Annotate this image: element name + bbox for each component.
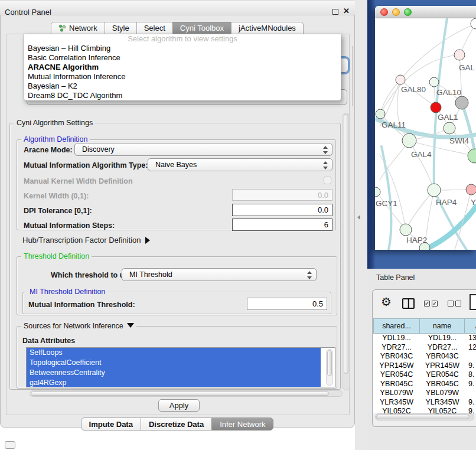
tab-network[interactable]: Network (51, 22, 105, 34)
tab-cyni-toolbox[interactable]: Cyni Toolbox (172, 22, 232, 34)
network-node[interactable] (428, 184, 441, 197)
network-node[interactable] (396, 75, 405, 84)
dropdown-item-basic-correlation-inference[interactable]: Basic Correlation Inference (24, 53, 341, 63)
control-panel-titlebar[interactable] (0, 0, 355, 15)
mi-steps-field[interactable]: 6 (232, 219, 332, 231)
node-label: GCY1 (376, 199, 397, 208)
close-traffic-light-icon[interactable] (380, 8, 388, 16)
attribute-item-betweennesscentrality[interactable]: BetweennessCentrality (27, 368, 321, 378)
dropdown-item-dream8-dc-tdc-algorithm[interactable]: Dream8 DC_TDC Algorithm (24, 91, 341, 100)
network-node[interactable] (429, 77, 439, 87)
network-node[interactable] (431, 102, 441, 113)
manual-kernel-checkbox[interactable] (324, 177, 331, 184)
combo-arrows-icon (322, 146, 328, 154)
dropdown-item-mutual-information-inference[interactable]: Mutual Information Inference (24, 72, 341, 81)
zoom-traffic-light-icon[interactable] (404, 8, 412, 16)
settings-vertical-scrollbar[interactable] (343, 113, 350, 390)
columns-icon[interactable] (402, 298, 415, 309)
tab-style[interactable]: Style (105, 22, 137, 34)
hub-definition-toggle[interactable]: Hub/Transcription Factor Definition (22, 236, 150, 244)
network-node[interactable] (471, 18, 476, 29)
network-node[interactable] (376, 109, 385, 119)
dropdown-item-aracne-algorithm[interactable]: ARACNE Algorithm (24, 63, 341, 72)
unchecked-checkboxes-icon[interactable] (448, 301, 461, 306)
network-edge (380, 155, 406, 230)
mi-type-combo[interactable]: Naive Bayes (148, 158, 332, 171)
network-node[interactable] (375, 187, 380, 197)
document-icon[interactable] (470, 294, 476, 310)
kernel-width-field[interactable]: 0.0 (232, 189, 332, 201)
tab-label: Style (112, 24, 129, 32)
network-node[interactable] (454, 50, 465, 60)
network-edge (424, 207, 476, 250)
network-node[interactable] (444, 122, 455, 134)
settings-hscrollbar-thumb[interactable] (31, 392, 329, 396)
list-scrollbar[interactable] (326, 349, 333, 386)
table-row[interactable]: YIL052CYIL052C9. (373, 407, 476, 413)
splitter-arrow-icon[interactable] (357, 215, 360, 220)
table-cell (465, 389, 476, 398)
table-cell: YBR043C (420, 352, 465, 361)
network-node[interactable] (466, 184, 476, 195)
node-label: HAP2 (406, 236, 427, 244)
settings-horizontal-scrollbar[interactable] (30, 390, 343, 397)
table-row[interactable]: YBL079WYBL079W (373, 389, 476, 398)
bottom-tab-impute-data[interactable]: Impute Data (81, 418, 141, 431)
manual-kernel-label: Manual Kernel Width Definition (24, 177, 133, 185)
table-hscrollbar-thumb[interactable] (376, 415, 470, 419)
network-view-window[interactable]: GAL80GAL10GAL11GAL1SWI4GAL4GCY1HAP4HAP2Y… (375, 6, 476, 250)
column-header-a[interactable]: A (465, 318, 476, 334)
checked-checkboxes-icon[interactable]: ✓✓ (424, 301, 438, 306)
sources-toggle[interactable]: Sources for Network Inference (21, 322, 136, 330)
data-attributes-list[interactable]: SelfLoopsTopologicalCoefficientBetweenne… (26, 347, 335, 387)
kernel-width-label: Kernel Width (0,1): (24, 192, 89, 200)
attribute-item-topologicalcoefficient[interactable]: TopologicalCoefficient (27, 358, 321, 368)
node-label: Y (471, 198, 476, 207)
bottom-tab-infer-network[interactable]: Infer Network (211, 418, 273, 431)
float-window-icon[interactable] (332, 9, 338, 15)
table-horizontal-scrollbar[interactable] (375, 413, 474, 420)
list-scrollbar-thumb[interactable] (327, 350, 332, 376)
tab-label: Select (144, 24, 165, 32)
table-row[interactable]: YPR145WYPR145W9. (373, 361, 476, 371)
gear-icon[interactable]: ⚙ (381, 295, 392, 309)
bottom-tab-discretize-data[interactable]: Discretize Data (141, 418, 212, 431)
attribute-item-gal4rgexp[interactable]: gal4RGexp (27, 378, 321, 387)
aracne-mode-combo[interactable]: Discovery (74, 143, 332, 156)
collapsed-panel-icon[interactable] (5, 441, 15, 449)
network-node[interactable] (455, 96, 468, 109)
table-row[interactable]: YER054CYER054C8. (373, 370, 476, 380)
which-threshold-combo[interactable]: MI Threshold (122, 268, 317, 281)
tab-select[interactable]: Select (136, 22, 173, 34)
node-label: GAL1 (438, 113, 458, 122)
table-row[interactable]: YBR045CYBR045C9. (373, 380, 476, 389)
table-cell: 13 (465, 334, 476, 343)
table-row[interactable]: YDL19...YDL19...13 (373, 334, 476, 343)
apply-button[interactable]: Apply (158, 399, 200, 412)
column-header-name[interactable]: name (420, 318, 465, 334)
network-svg[interactable]: GAL80GAL10GAL11GAL1SWI4GAL4GCY1HAP4HAP2Y… (375, 18, 476, 250)
dropdown-placeholder[interactable]: Select algorithm to view settings (24, 34, 341, 44)
mi-type-value: Naive Bayes (155, 161, 197, 169)
network-node[interactable] (400, 224, 412, 236)
settings-scrollbar-thumb[interactable] (344, 114, 348, 374)
dropdown-item-bayesian-k2[interactable]: Bayesian – K2 (24, 81, 341, 91)
close-icon[interactable]: ✕ (343, 6, 350, 15)
table-cell: 9. (465, 398, 476, 407)
attribute-item-selfloops[interactable]: SelfLoops (27, 348, 321, 358)
table-row[interactable]: YLR345WYLR345W9. (373, 398, 476, 407)
table-row[interactable]: YDR27...YDR27...12 (373, 343, 476, 353)
table-cell: YBR045C (373, 380, 420, 389)
mi-threshold-field[interactable]: 0.5 (247, 298, 327, 310)
dpi-tolerance-field[interactable]: 0.0 (232, 204, 332, 216)
network-window-titlebar[interactable] (375, 6, 476, 18)
network-node[interactable] (468, 149, 476, 163)
mi-threshold-definition-label: MI Threshold Definition (27, 288, 107, 296)
column-header-shared[interactable]: shared... (373, 318, 420, 334)
tab-jactivemnodules[interactable]: jActiveMNodules (231, 22, 304, 34)
minimize-traffic-light-icon[interactable] (392, 8, 400, 16)
network-node[interactable] (402, 133, 416, 148)
table-row[interactable]: YBR043CYBR043C (373, 352, 476, 361)
dropdown-item-bayesian-hill-climbing[interactable]: Bayesian – Hill Climbing (24, 44, 341, 53)
table-cell: YDR27... (420, 343, 465, 353)
